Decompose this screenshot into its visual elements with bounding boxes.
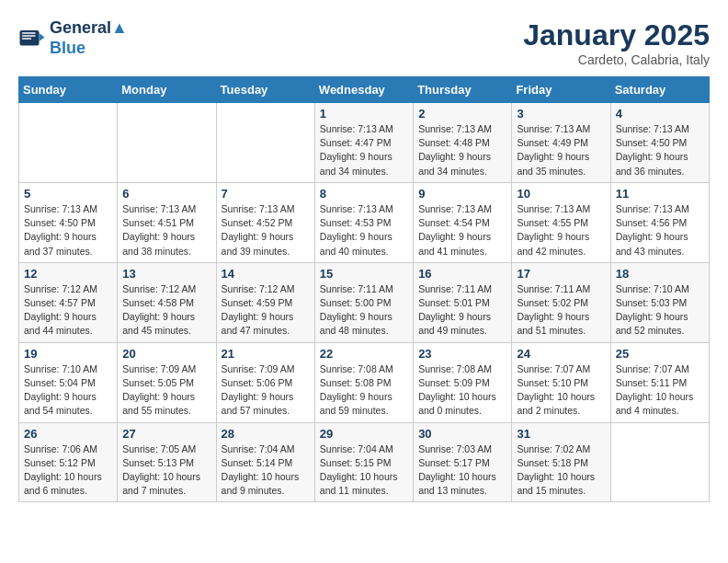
day-info: Sunrise: 7:12 AMSunset: 4:59 PMDaylight:… <box>222 282 310 339</box>
day-number: 16 <box>418 267 506 281</box>
day-cell: 5Sunrise: 7:13 AMSunset: 4:50 PMDaylight… <box>19 182 118 262</box>
svg-rect-2 <box>22 32 36 34</box>
day-cell: 30Sunrise: 7:03 AMSunset: 5:17 PMDayligh… <box>414 422 512 502</box>
calendar-header-row: SundayMondayTuesdayWednesdayThursdayFrid… <box>19 77 710 103</box>
svg-rect-4 <box>22 38 32 40</box>
col-header-thursday: Thursday <box>414 77 512 103</box>
day-number: 13 <box>122 267 210 281</box>
day-number: 27 <box>122 427 210 441</box>
logo-icon <box>18 25 46 52</box>
day-cell: 13Sunrise: 7:12 AMSunset: 4:58 PMDayligh… <box>118 262 216 342</box>
day-number: 10 <box>517 187 605 201</box>
day-info: Sunrise: 7:11 AMSunset: 5:02 PMDaylight:… <box>517 282 605 339</box>
day-cell: 3Sunrise: 7:13 AMSunset: 4:49 PMDaylight… <box>512 103 610 183</box>
day-number: 25 <box>616 347 704 361</box>
day-info: Sunrise: 7:07 AMSunset: 5:10 PMDaylight:… <box>517 362 605 419</box>
day-cell: 6Sunrise: 7:13 AMSunset: 4:51 PMDaylight… <box>118 182 216 262</box>
col-header-sunday: Sunday <box>19 77 118 103</box>
day-cell: 12Sunrise: 7:12 AMSunset: 4:57 PMDayligh… <box>19 262 118 342</box>
day-info: Sunrise: 7:13 AMSunset: 4:47 PMDaylight:… <box>320 122 408 178</box>
day-number: 5 <box>24 187 112 201</box>
day-cell: 24Sunrise: 7:07 AMSunset: 5:10 PMDayligh… <box>512 342 610 422</box>
day-cell: 23Sunrise: 7:08 AMSunset: 5:09 PMDayligh… <box>414 342 512 422</box>
day-number: 17 <box>517 267 605 281</box>
location: Cardeto, Calabria, Italy <box>523 52 710 67</box>
day-number: 29 <box>320 427 408 441</box>
day-cell: 31Sunrise: 7:02 AMSunset: 5:18 PMDayligh… <box>512 422 610 502</box>
day-info: Sunrise: 7:06 AMSunset: 5:12 PMDaylight:… <box>24 442 112 499</box>
day-cell: 16Sunrise: 7:11 AMSunset: 5:01 PMDayligh… <box>414 262 512 342</box>
day-number: 15 <box>320 267 408 281</box>
day-number: 6 <box>122 187 210 201</box>
col-header-wednesday: Wednesday <box>314 77 413 103</box>
day-cell: 8Sunrise: 7:13 AMSunset: 4:53 PMDaylight… <box>314 182 413 262</box>
day-cell: 18Sunrise: 7:10 AMSunset: 5:03 PMDayligh… <box>610 262 709 342</box>
day-info: Sunrise: 7:13 AMSunset: 4:51 PMDaylight:… <box>122 202 210 259</box>
col-header-saturday: Saturday <box>610 77 709 103</box>
day-number: 20 <box>122 347 210 361</box>
day-cell: 7Sunrise: 7:13 AMSunset: 4:52 PMDaylight… <box>216 182 314 262</box>
day-number: 23 <box>418 347 506 361</box>
day-number: 30 <box>418 427 506 441</box>
day-cell: 11Sunrise: 7:13 AMSunset: 4:56 PMDayligh… <box>610 182 709 262</box>
day-number: 24 <box>517 347 605 361</box>
title-block: January 2025 Cardeto, Calabria, Italy <box>523 18 710 67</box>
day-cell: 2Sunrise: 7:13 AMSunset: 4:48 PMDaylight… <box>414 103 512 183</box>
day-number: 18 <box>616 267 704 281</box>
col-header-friday: Friday <box>512 77 610 103</box>
day-info: Sunrise: 7:13 AMSunset: 4:50 PMDaylight:… <box>24 202 112 259</box>
calendar-table: SundayMondayTuesdayWednesdayThursdayFrid… <box>18 76 710 502</box>
day-number: 7 <box>222 187 310 201</box>
day-number: 19 <box>24 347 112 361</box>
day-cell: 19Sunrise: 7:10 AMSunset: 5:04 PMDayligh… <box>19 342 118 422</box>
day-cell <box>19 103 118 183</box>
day-cell: 26Sunrise: 7:06 AMSunset: 5:12 PMDayligh… <box>19 422 118 502</box>
day-cell: 29Sunrise: 7:04 AMSunset: 5:15 PMDayligh… <box>314 422 413 502</box>
day-number: 8 <box>320 187 408 201</box>
week-row-1: 1Sunrise: 7:13 AMSunset: 4:47 PMDaylight… <box>19 103 710 183</box>
month-title: January 2025 <box>523 18 710 52</box>
day-info: Sunrise: 7:03 AMSunset: 5:17 PMDaylight:… <box>418 442 506 499</box>
week-row-3: 12Sunrise: 7:12 AMSunset: 4:57 PMDayligh… <box>19 262 710 342</box>
day-number: 31 <box>517 427 605 441</box>
week-row-4: 19Sunrise: 7:10 AMSunset: 5:04 PMDayligh… <box>19 342 710 422</box>
day-number: 21 <box>222 347 310 361</box>
day-info: Sunrise: 7:08 AMSunset: 5:09 PMDaylight:… <box>418 362 506 419</box>
day-number: 9 <box>418 187 506 201</box>
col-header-monday: Monday <box>118 77 216 103</box>
day-info: Sunrise: 7:13 AMSunset: 4:53 PMDaylight:… <box>320 202 408 259</box>
day-cell <box>216 103 314 183</box>
day-cell <box>118 103 216 183</box>
day-info: Sunrise: 7:11 AMSunset: 5:01 PMDaylight:… <box>418 282 506 339</box>
day-number: 4 <box>616 107 704 121</box>
day-cell: 15Sunrise: 7:11 AMSunset: 5:00 PMDayligh… <box>314 262 413 342</box>
week-row-5: 26Sunrise: 7:06 AMSunset: 5:12 PMDayligh… <box>19 422 710 502</box>
day-info: Sunrise: 7:10 AMSunset: 5:03 PMDaylight:… <box>616 282 704 339</box>
svg-rect-3 <box>22 35 36 37</box>
day-info: Sunrise: 7:09 AMSunset: 5:05 PMDaylight:… <box>122 362 210 419</box>
day-info: Sunrise: 7:13 AMSunset: 4:52 PMDaylight:… <box>222 202 310 259</box>
day-cell: 14Sunrise: 7:12 AMSunset: 4:59 PMDayligh… <box>216 262 314 342</box>
day-cell: 1Sunrise: 7:13 AMSunset: 4:47 PMDaylight… <box>314 103 413 183</box>
day-info: Sunrise: 7:13 AMSunset: 4:55 PMDaylight:… <box>517 202 605 259</box>
day-info: Sunrise: 7:13 AMSunset: 4:49 PMDaylight:… <box>517 122 605 178</box>
day-number: 1 <box>320 107 408 121</box>
day-info: Sunrise: 7:11 AMSunset: 5:00 PMDaylight:… <box>320 282 408 339</box>
day-info: Sunrise: 7:02 AMSunset: 5:18 PMDaylight:… <box>517 442 605 499</box>
day-number: 26 <box>24 427 112 441</box>
day-info: Sunrise: 7:08 AMSunset: 5:08 PMDaylight:… <box>320 362 408 419</box>
day-cell: 22Sunrise: 7:08 AMSunset: 5:08 PMDayligh… <box>314 342 413 422</box>
day-number: 2 <box>418 107 506 121</box>
day-info: Sunrise: 7:05 AMSunset: 5:13 PMDaylight:… <box>122 442 210 499</box>
day-number: 12 <box>24 267 112 281</box>
day-number: 28 <box>222 427 310 441</box>
svg-marker-1 <box>40 33 45 41</box>
day-cell: 25Sunrise: 7:07 AMSunset: 5:11 PMDayligh… <box>610 342 709 422</box>
day-number: 3 <box>517 107 605 121</box>
day-cell: 21Sunrise: 7:09 AMSunset: 5:06 PMDayligh… <box>216 342 314 422</box>
day-number: 14 <box>222 267 310 281</box>
day-cell: 20Sunrise: 7:09 AMSunset: 5:05 PMDayligh… <box>118 342 216 422</box>
day-info: Sunrise: 7:13 AMSunset: 4:50 PMDaylight:… <box>616 122 704 178</box>
day-info: Sunrise: 7:12 AMSunset: 4:57 PMDaylight:… <box>24 282 112 339</box>
day-info: Sunrise: 7:09 AMSunset: 5:06 PMDaylight:… <box>222 362 310 419</box>
